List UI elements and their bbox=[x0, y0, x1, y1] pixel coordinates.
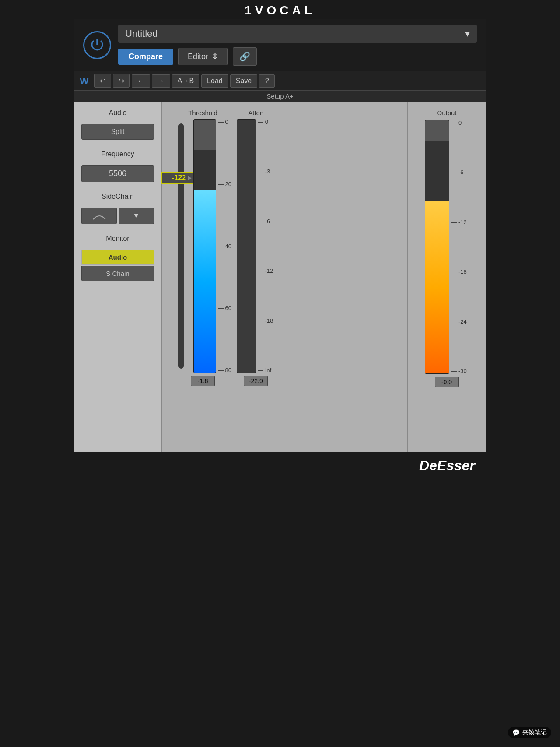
preset-row: Compare Editor ⇕ 🔗 bbox=[118, 47, 477, 66]
monitor-label: Monitor bbox=[106, 235, 129, 243]
left-panel: Audio Split Frequency 5506 SideChain ▼ bbox=[74, 102, 162, 452]
setup-bar: Setup A+ bbox=[74, 91, 486, 102]
bottom-bar: DeEsser bbox=[74, 452, 486, 479]
sidechain-controls: ▼ bbox=[81, 208, 154, 224]
threshold-display-value: -1.8 bbox=[191, 376, 215, 386]
out-scale-30: — -30 bbox=[451, 368, 466, 374]
monitor-section: Monitor Audio S Chain bbox=[81, 235, 154, 281]
atten-scale-18: — -18 bbox=[258, 318, 273, 324]
monitor-audio-button[interactable]: Audio bbox=[81, 250, 154, 265]
frequency-label: Frequency bbox=[101, 150, 134, 158]
atten-meter-bar bbox=[237, 119, 256, 373]
threshold-meter-fill bbox=[194, 190, 216, 373]
preset-name: Untitled bbox=[125, 28, 158, 39]
scale-60: — 60 bbox=[218, 305, 231, 311]
plugin-wrapper: 1VOCAL Untitled ▾ Compare Editor ⇕ 🔗 bbox=[74, 0, 486, 479]
output-scale: — 0 — -6 — -12 — -18 — -24 — -30 bbox=[449, 120, 468, 374]
editor-arrows-icon: ⇕ bbox=[212, 52, 218, 61]
atten-display-value: -22.9 bbox=[244, 376, 268, 386]
audio-section: Audio Split bbox=[81, 109, 154, 140]
editor-button[interactable]: Editor ⇕ bbox=[178, 48, 228, 65]
right-panel: Output — 0 — -6 — -12 — -18 — -24 — -30 … bbox=[407, 102, 486, 452]
threshold-slider-col: ⋮ -122 ▶ bbox=[172, 119, 190, 373]
toolbar: W ↩ ↪ ← → A→B Load Save ? bbox=[74, 71, 486, 91]
output-meter-fill bbox=[425, 201, 449, 374]
prev-button[interactable]: ← bbox=[132, 74, 150, 88]
undo-button[interactable]: ↩ bbox=[94, 74, 111, 88]
app-title: 1VOCAL bbox=[245, 4, 315, 17]
atten-label: Atten bbox=[248, 109, 263, 116]
split-button[interactable]: Split bbox=[81, 124, 154, 140]
power-button[interactable] bbox=[83, 31, 111, 59]
scale-0: — 0 bbox=[218, 119, 231, 125]
threshold-value-box[interactable]: ⋮ -122 ▶ bbox=[161, 172, 196, 184]
center-panel: Threshold ⋮ -122 bbox=[162, 102, 407, 452]
atten-scale-inf: — Inf bbox=[258, 367, 273, 373]
threshold-label: Threshold bbox=[188, 109, 217, 116]
app-title-bar: 1VOCAL bbox=[74, 0, 486, 19]
dropdown-button[interactable]: ▼ bbox=[119, 208, 154, 224]
preset-dropdown[interactable]: Untitled ▾ bbox=[118, 25, 477, 43]
editor-label: Editor bbox=[188, 52, 208, 61]
preset-area: Untitled ▾ Compare Editor ⇕ 🔗 bbox=[118, 25, 477, 66]
ab-button[interactable]: A→B bbox=[172, 74, 200, 88]
slider-grip-icon: ⋮ bbox=[165, 175, 170, 181]
plugin-name: DeEsser bbox=[419, 458, 475, 474]
waves-logo: W bbox=[80, 75, 89, 87]
sidechain-label: SideChain bbox=[102, 193, 134, 201]
sidechain-section: SideChain ▼ bbox=[81, 193, 154, 224]
threshold-meter-with-scale: — 0 — 20 — 40 — 60 — 80 bbox=[193, 119, 233, 373]
output-meter-top bbox=[425, 120, 449, 141]
watermark-icon: 💬 bbox=[512, 729, 520, 736]
help-button[interactable]: ? bbox=[259, 74, 275, 88]
out-scale-18: — -18 bbox=[451, 269, 466, 275]
out-scale-12: — -12 bbox=[451, 219, 466, 225]
scale-80: — 80 bbox=[218, 367, 231, 373]
frequency-value-button[interactable]: 5506 bbox=[81, 165, 154, 182]
output-display-value: -0.0 bbox=[435, 377, 459, 387]
out-scale-0: — 0 bbox=[451, 120, 466, 126]
out-scale-6: — -6 bbox=[451, 169, 466, 175]
next-button[interactable]: → bbox=[152, 74, 170, 88]
atten-scale-12: — -12 bbox=[258, 268, 273, 274]
redo-button[interactable]: ↪ bbox=[113, 74, 130, 88]
threshold-scale: — 0 — 20 — 40 — 60 — 80 bbox=[216, 119, 233, 373]
power-icon bbox=[89, 37, 105, 53]
curve-button[interactable] bbox=[81, 208, 117, 224]
compare-button[interactable]: Compare bbox=[118, 49, 173, 65]
threshold-meters: ⋮ -122 ▶ bbox=[172, 119, 233, 373]
output-meter-bar bbox=[425, 120, 449, 374]
scale-40: — 40 bbox=[218, 243, 231, 249]
monitor-schain-button[interactable]: S Chain bbox=[81, 266, 154, 281]
link-button[interactable]: 🔗 bbox=[233, 47, 257, 66]
plugin-main: Audio Split Frequency 5506 SideChain ▼ bbox=[74, 102, 486, 452]
dropdown-arrow-icon: ▾ bbox=[465, 28, 470, 39]
threshold-section: Threshold ⋮ -122 bbox=[172, 109, 233, 386]
scale-20: — 20 bbox=[218, 181, 231, 187]
watermark: 💬 夹馍笔记 bbox=[508, 727, 551, 738]
atten-scale-3: — -3 bbox=[258, 169, 273, 174]
atten-scale: — 0 — -3 — -6 — -12 — -18 — Inf bbox=[256, 119, 275, 373]
threshold-meter-top bbox=[194, 120, 216, 150]
atten-section: Atten — 0 — -3 — -6 — -12 — -18 — Inf bbox=[237, 109, 275, 386]
threshold-value-text: -122 bbox=[172, 174, 186, 182]
watermark-text: 夹馍笔记 bbox=[522, 729, 547, 736]
threshold-slider[interactable]: ⋮ -122 ▶ bbox=[178, 123, 184, 369]
threshold-meter-bar bbox=[193, 119, 216, 373]
out-scale-24: — -24 bbox=[451, 319, 466, 324]
save-button[interactable]: Save bbox=[230, 74, 257, 88]
setup-label: Setup A+ bbox=[266, 92, 293, 100]
atten-meter-with-scale: — 0 — -3 — -6 — -12 — -18 — Inf bbox=[237, 119, 275, 373]
output-label: Output bbox=[437, 109, 456, 116]
link-icon: 🔗 bbox=[239, 52, 250, 61]
atten-scale-0: — 0 bbox=[258, 119, 273, 125]
curve-icon bbox=[92, 211, 106, 220]
load-button[interactable]: Load bbox=[201, 74, 228, 88]
audio-label: Audio bbox=[109, 109, 127, 117]
atten-scale-6: — -6 bbox=[258, 218, 273, 224]
dropdown-icon: ▼ bbox=[133, 212, 140, 220]
monitor-row: Audio S Chain bbox=[81, 250, 154, 281]
frequency-section: Frequency 5506 bbox=[81, 150, 154, 182]
header-section: Untitled ▾ Compare Editor ⇕ 🔗 bbox=[74, 19, 486, 71]
output-meter-with-scale: — 0 — -6 — -12 — -18 — -24 — -30 bbox=[425, 120, 468, 374]
